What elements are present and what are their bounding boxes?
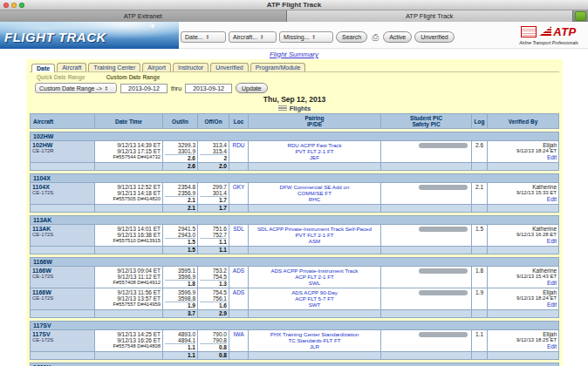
flight-summary-link[interactable]: Flight Summary (270, 51, 318, 58)
verified-at: 9/12/13 18:24 ET (489, 295, 557, 302)
pairing-link[interactable]: ACP FLT 2-1 FT (250, 274, 379, 280)
select-arrows-icon: ▴▾ (313, 34, 315, 39)
edit-link[interactable]: Edit (489, 280, 557, 286)
loc-link[interactable]: ADS (231, 289, 246, 295)
aircraft-tail: 1104X (32, 184, 92, 190)
edit-link[interactable]: Edit (489, 302, 557, 308)
edit-link[interactable]: Edit (489, 154, 557, 160)
tab-date[interactable]: Date (31, 64, 55, 72)
pairing-link[interactable]: JLR (250, 343, 379, 349)
pairing-link[interactable]: PVT FLT 2-1 FT (250, 148, 379, 154)
aircraft-filter-select[interactable]: Aircraft... ▴▾ (229, 31, 277, 43)
pairing-link[interactable]: ADS ACPP Private-Instrument Track (250, 268, 379, 274)
sum-cell (488, 247, 559, 254)
datetime-out: 9/12/13 14:39 ET (97, 142, 161, 148)
loc-link[interactable]: GKY (231, 184, 246, 190)
edit-link[interactable]: Edit (489, 196, 557, 202)
verified-cell: Katherine9/12/13 15:33 ETEdit (488, 183, 559, 205)
browser-tab-atp-extranet[interactable]: ATP Extranet (0, 10, 287, 22)
edit-link[interactable]: Edit (489, 238, 557, 244)
sum-cell (472, 310, 488, 318)
pairing-link[interactable]: RHC (250, 196, 379, 202)
date-from-input[interactable] (120, 84, 168, 93)
group-sum-row: 1.10.8 (31, 352, 559, 360)
flight-row: 1104XCE-172S9/12/13 12:52 ET9/12/13 14:1… (31, 183, 559, 205)
pairing-link[interactable]: ADS ACPP 90-Day (250, 289, 379, 295)
browser-tab-atp-flight-track[interactable]: ATP Flight Track (287, 10, 574, 22)
verified-at: 9/12/13 15:43 ET (489, 274, 557, 280)
pairing-link[interactable]: PHX Training Center Standardization (250, 331, 379, 337)
quick-date-range-label[interactable]: Quick Date Range (37, 74, 85, 81)
off-on-total: 2 (200, 154, 227, 161)
group-sum-row: 3.72.9 (31, 310, 559, 318)
sum-cell (249, 352, 381, 360)
pairing-link[interactable]: JEF (250, 154, 379, 160)
zoom-window-button[interactable] (19, 3, 24, 8)
missing-filter-select[interactable]: Missing... ▴▾ (279, 31, 333, 43)
new-tab-button[interactable] (575, 11, 586, 21)
nav-tabs: DateAircraftTraining CenterAirportInstru… (30, 62, 559, 72)
aircraft-group-label: 102HW (31, 132, 559, 141)
tab-instructor[interactable]: Instructor (173, 63, 209, 71)
tab-program-module[interactable]: Program/Module (250, 63, 306, 71)
flights-table: 102HW102HWCE-172R9/12/13 14:39 ET9/12/13… (30, 132, 559, 171)
print-icon[interactable]: ⎙ (370, 31, 380, 43)
missing-filter-value: Missing... (284, 34, 310, 40)
pairing-link[interactable]: SWL (250, 280, 379, 286)
update-button[interactable]: Update (236, 83, 268, 93)
loc-link[interactable]: RDU (231, 142, 246, 148)
aircraft-tail: 117SV (32, 331, 92, 337)
date-filter-select[interactable]: Date... ▴▾ (181, 31, 226, 43)
minimize-window-button[interactable] (11, 3, 17, 8)
sum-cell (31, 163, 95, 171)
date-range-select[interactable]: Custom Date Range -> ▴▾ (35, 83, 117, 93)
tab-airport[interactable]: Airport (142, 63, 171, 71)
column-header-pairing: PairingIP/DE (249, 114, 381, 129)
log-value: 2.1 (474, 184, 485, 190)
pairing-link[interactable]: SWT (250, 302, 379, 308)
pairing-link[interactable]: COMM/SE FT (250, 190, 379, 196)
datetime-cell: 9/12/13 11:56 ET9/12/13 13:57 ETF#557557… (95, 288, 163, 310)
aircraft-cell: 1104XCE-172S (31, 183, 95, 205)
pairing-link[interactable]: TC Standards-FLT FT (250, 337, 379, 343)
log-value: 1.1 (474, 331, 485, 337)
loc-link[interactable]: SDL (231, 226, 246, 232)
flight-ref: F#557557 D#414959 (97, 302, 161, 308)
pairing-cell: SDL ACPP Private-Instrument Track Self-P… (249, 225, 381, 247)
tab-aircraft[interactable]: Aircraft (57, 63, 86, 71)
aircraft-model: CE-172S (32, 190, 92, 196)
edit-link[interactable]: Edit (489, 343, 557, 349)
search-button[interactable]: Search (336, 31, 367, 43)
pairing-link[interactable]: ASM (250, 238, 379, 244)
pairing-link[interactable]: DFW Commercial SE Add on (250, 184, 379, 190)
student-cell (381, 225, 472, 247)
active-button[interactable]: Active (383, 31, 412, 43)
off-value: 313.4 (200, 142, 227, 148)
pairing-link[interactable]: PVT FLT 2-1 FT (250, 232, 379, 238)
sum-cell (472, 247, 488, 254)
verified-by-name: Elijah (489, 289, 557, 295)
datetime-in: 9/12/13 11:12 ET (97, 274, 161, 280)
sum-cell (31, 205, 95, 213)
verified-by-name: Elijah (489, 331, 557, 337)
tab-training-center[interactable]: Training Center (88, 63, 140, 71)
loc-link[interactable]: ADS (231, 268, 246, 274)
aircraft-group-label: 1221K (31, 363, 559, 366)
off-on-total: 1.6 (200, 302, 227, 308)
custom-date-range-label[interactable]: Custom Date Range (106, 74, 161, 81)
flight-track-banner: ✈ FLIGHT TRACK (0, 22, 179, 49)
date-to-input[interactable] (185, 84, 232, 93)
close-window-button[interactable] (3, 3, 9, 8)
pairing-link[interactable]: SDL ACPP Private-Instrument Track Self-P… (250, 226, 379, 232)
on-value: 754.5 (200, 274, 227, 280)
flight-row: 113AKCE-172S9/12/13 14:01 ET9/12/13 16:3… (31, 225, 559, 247)
flights-table-area: AircraftDate TimeOut/InOff/OnLocPairingI… (30, 113, 559, 366)
flight-row: 1166WCE-172S9/12/13 11:56 ET9/12/13 13:5… (31, 288, 559, 310)
off-on-total: 1.3 (200, 280, 227, 287)
pairing-link[interactable]: ACP FLT 5-7 FT (250, 295, 379, 302)
loc-link[interactable]: IWA (231, 331, 246, 337)
tab-unverified[interactable]: Unverified (210, 63, 249, 71)
group-sum-row: 2.62.0 (31, 163, 559, 171)
unverified-button[interactable]: Unverified (414, 31, 455, 43)
pairing-link[interactable]: RDU ACPP Fast Track (250, 142, 379, 148)
